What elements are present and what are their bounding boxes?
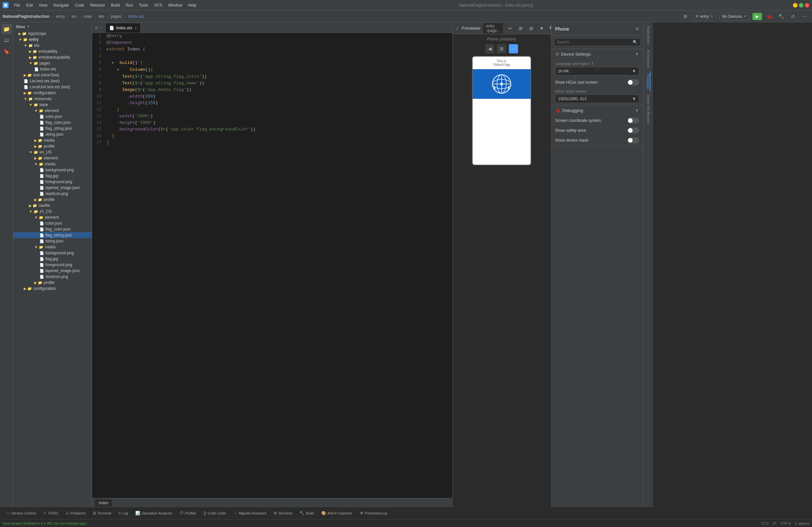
tree-item-zhcn-media[interactable]: ▼ 📁 media (13, 244, 92, 250)
breadcrumb-file[interactable]: Index.ets (128, 14, 144, 19)
more-button[interactable]: ⋯ (800, 12, 809, 21)
notifications-label[interactable]: Notifications (647, 24, 650, 47)
tree-item-entryability[interactable]: ▶ 📁 entryability (13, 48, 92, 54)
tree-item-color-json[interactable]: 📄 color.json (13, 114, 92, 119)
debugging-header[interactable]: 🐞 Debugging ▼ (551, 105, 643, 116)
tree-item-zhcn-layered[interactable]: 📄 layered_image.json (13, 268, 92, 274)
tab-profiler[interactable]: ⏱ Profiler (176, 510, 200, 517)
code-editor[interactable]: 1 @Entry 2 @Component 3 ▼struct Index { … (92, 33, 452, 498)
breadcrumb-ets[interactable]: ets (99, 14, 104, 19)
tree-item-entrybackup[interactable]: ▶ 📁 entrybackupability (13, 54, 92, 60)
tree-item-pages[interactable]: ▼ 📁 pages (13, 60, 92, 66)
tree-item-base-profile[interactable]: ▶ 📁 profile (13, 143, 92, 149)
breadcrumb-entry[interactable]: entry (56, 14, 65, 19)
tree-item-flag-color-json[interactable]: 📄 flag_color.json (13, 119, 92, 126)
breadcrumb-main[interactable]: main (84, 14, 92, 19)
tree-item-zhcn-string[interactable]: 📄 string.json (13, 238, 92, 244)
tree-item-index-ets[interactable]: 📄 Index.ets (13, 66, 92, 72)
menu-view[interactable]: View (36, 2, 50, 8)
bookmark-icon[interactable]: 🔖 (1, 46, 12, 57)
tree-item-zhcn-flag-jpg[interactable]: 📄 flag.jpg (13, 256, 92, 262)
menu-refactor[interactable]: Refactor (88, 2, 107, 8)
kit-assistant-label[interactable]: Kit Assistant (647, 47, 650, 71)
tree-item-enus-profile[interactable]: ▶ 📁 profile (13, 197, 92, 202)
tree-item-zhcn-flag-color[interactable]: 📄 flag_color.json (13, 226, 92, 232)
tree-item-rawfile[interactable]: ▶ 📁 rawfile (13, 202, 92, 209)
close-button[interactable]: ✕ (805, 3, 809, 8)
refresh-button[interactable]: ↺ (788, 12, 798, 21)
tree-item-zhcn-element[interactable]: ▼ 📁 element (13, 214, 92, 220)
tree-item-starticon[interactable]: 📄 starticon.png (13, 191, 92, 197)
tree-item-flag-jpg[interactable]: 📄 flag.jpg (13, 173, 92, 179)
device-file-browser-label[interactable]: Device File Browser (647, 92, 650, 127)
tree-item-list-test[interactable]: 📄 List.test.ets (test) (13, 78, 92, 84)
tab-version-control[interactable]: ↑↓ Version Control (3, 510, 39, 517)
tree-item-string-json[interactable]: 📄 string.json (13, 131, 92, 137)
safety-area-toggle[interactable] (627, 127, 639, 133)
settings-close-button[interactable]: ✕ (635, 26, 639, 32)
tab-migrate-assistant[interactable]: → Migrate Assistant (230, 510, 270, 517)
search-field[interactable]: 🔍 (554, 38, 640, 46)
menu-window[interactable]: Window (165, 2, 185, 8)
tree-item-appscope[interactable]: ▶ 📁 AppScope (13, 31, 92, 37)
menu-run[interactable]: Run (123, 2, 135, 8)
tree-item-enus-media[interactable]: ▼ 📁 media (13, 161, 92, 167)
tab-build[interactable]: 🔨 Build (296, 510, 317, 517)
menu-tools[interactable]: Tools (136, 2, 151, 8)
tab-log[interactable]: ≡ Log (115, 510, 131, 517)
tree-item-enus-element[interactable]: ▶ 📁 element (13, 155, 92, 161)
tree-item-resources[interactable]: ▼ 📁 resources (13, 96, 92, 102)
tab-previewer-log[interactable]: 👁 PreviewerLog (357, 510, 390, 517)
menu-navigate[interactable]: Navigate (51, 2, 71, 8)
tree-item-test[interactable]: ▶ 📁 test (ohosTest) (13, 72, 92, 78)
tab-code-linter[interactable]: {} Code Linter (201, 510, 230, 517)
preview-back-icon[interactable]: ↩ (506, 24, 515, 33)
build-button[interactable]: 🔨 (777, 12, 786, 21)
tree-item-enus[interactable]: ▼ 📁 en_US (13, 149, 92, 155)
device-settings-header[interactable]: ⚙ Device Settings ▼ (551, 49, 643, 59)
language-dropdown[interactable]: zh-HK ▼ (555, 67, 639, 75)
hicar-target-dropdown[interactable]: 1920x1080, 413 ▼ (555, 95, 639, 103)
tree-menu-icon[interactable]: ⋮ (86, 24, 89, 29)
tree-item-base-media[interactable]: ▶ 📁 media (13, 137, 92, 143)
menu-code[interactable]: Code (72, 2, 87, 8)
debug-button[interactable]: 🐞 (765, 12, 774, 21)
preview-orientation-icon[interactable]: ⊞ (516, 24, 525, 33)
tree-item-configuration[interactable]: ▶ 📁 configuration (13, 90, 92, 96)
device-back-btn[interactable]: ◀ (485, 44, 494, 53)
structure-icon[interactable]: 🗂 (1, 35, 12, 45)
tree-item-flag-string-json[interactable]: 📄 flag_string.json (13, 126, 92, 131)
tab-services[interactable]: ⚙ Services (270, 510, 295, 517)
menu-help[interactable]: Help (185, 2, 199, 8)
breadcrumb-pages[interactable]: pages (111, 14, 121, 19)
tree-item-ets[interactable]: ▼ 📁 ets (13, 42, 92, 48)
tree-item-layered-json[interactable]: 📄 layered_image.json (13, 185, 92, 191)
tab-problems[interactable]: ⚠ Problems (62, 510, 89, 517)
editor-tab-index[interactable]: 📄 Index.ets ✕ (106, 24, 141, 33)
tree-item-zhcn-color[interactable]: 📄 color.json (13, 220, 92, 226)
entry-dropdown[interactable]: ⚙ entry ▼ (693, 13, 716, 20)
breadcrumb-src[interactable]: src (71, 14, 77, 19)
run-button[interactable]: ▶ (752, 13, 762, 20)
tree-item-base-element[interactable]: ▼ 📁 element (13, 108, 92, 114)
tree-item-zhcn-flag-string[interactable]: 📄 flag_string.json (13, 232, 92, 238)
device-home-btn[interactable]: ⊞ (497, 44, 506, 53)
tab-close-icon[interactable]: ✕ (134, 26, 137, 30)
tab-terminal[interactable]: ⊟ Terminal (89, 510, 115, 517)
no-devices-dropdown[interactable]: No Devices ▼ (719, 13, 750, 20)
minimize-button[interactable]: ─ (793, 3, 798, 8)
screen-coord-toggle[interactable] (627, 118, 639, 124)
tab-arkui-inspector[interactable]: 🎨 ArkUI Inspector (318, 510, 356, 517)
tree-item-bg-png[interactable]: 📄 background.png (13, 167, 92, 173)
tree-item-base[interactable]: ▼ 📁 base (13, 102, 92, 108)
tree-item-zhcn[interactable]: ▼ 📁 zh_CN (13, 209, 92, 214)
preview-grid-icon[interactable]: ⊞ (527, 24, 536, 33)
tree-item-zhcn-profile[interactable]: ▶ 📁 profile (13, 280, 92, 286)
tree-item-entry[interactable]: ▼ 📁 entry (13, 37, 92, 42)
menu-build[interactable]: Build (108, 2, 122, 8)
index-tab[interactable]: Index (95, 499, 112, 507)
menu-vcs[interactable]: VCS (151, 2, 165, 8)
tree-item-zhcn-fg[interactable]: 📄 foreground.png (13, 262, 92, 268)
tree-item-zhcn-bg[interactable]: 📄 background.png (13, 250, 92, 256)
split-icon[interactable]: ⊟ (95, 25, 98, 30)
